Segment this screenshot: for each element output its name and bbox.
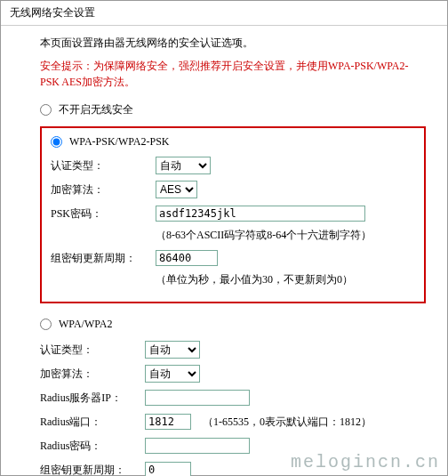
field-radius-ip: Radius服务器IP：: [40, 388, 426, 407]
label-radius-pwd: Radius密码：: [40, 439, 145, 454]
intro-text: 本页面设置路由器无线网络的安全认证选项。: [40, 35, 426, 51]
field-wpapsk-rekey: 组密钥更新周期：: [51, 248, 415, 268]
radio-wpa-psk[interactable]: [51, 136, 62, 148]
field-wpa-enc: 加密算法： 自动: [40, 364, 426, 383]
radio-wpa[interactable]: [40, 319, 52, 330]
content-area: 本页面设置路由器无线网络的安全认证选项。 安全提示：为保障网络安全，强烈推荐开启…: [1, 26, 447, 476]
select-wpa-enc[interactable]: 自动: [145, 365, 200, 383]
section-wpa-psk: WPA-PSK/WPA2-PSK 认证类型： 自动 加密算法： AES: [40, 126, 426, 303]
field-wpa-rekey: 组密钥更新周期：: [40, 460, 426, 476]
window-title: 无线网络安全设置: [1, 1, 447, 26]
label-psk-password: PSK密码：: [51, 206, 156, 222]
radio-wpa-label: WPA/WPA2: [59, 318, 112, 331]
hint-psk-password: （8-63个ASCII码字符或8-64个十六进制字符）: [156, 228, 415, 243]
input-wpapsk-rekey[interactable]: [156, 250, 218, 266]
label-wpa-enc: 加密算法：: [40, 367, 145, 382]
option-wpa-row: WPA/WPA2: [40, 318, 426, 331]
radio-disable-security[interactable]: [40, 104, 52, 116]
hint-radius-port: （1-65535，0表示默认端口：1812）: [203, 415, 372, 428]
hint-wpapsk-rekey: （单位为秒，最小值为30，不更新则为0）: [156, 272, 415, 287]
field-wpapsk-auth: 认证类型： 自动: [51, 156, 415, 175]
option-wpapsk-row: WPA-PSK/WPA2-PSK: [51, 135, 415, 149]
select-wpapsk-enc[interactable]: AES: [156, 181, 197, 198]
option-disable-row: 不开启无线安全: [40, 102, 426, 117]
label-enc-algo: 加密算法：: [51, 182, 156, 198]
label-group-rekey: 组密钥更新周期：: [51, 251, 156, 266]
select-wpapsk-auth[interactable]: 自动: [156, 157, 211, 174]
input-psk-password[interactable]: [156, 206, 365, 222]
field-radius-port: Radius端口： （1-65535，0表示默认端口：1812）: [40, 412, 426, 432]
field-wpa-auth: 认证类型： 自动: [40, 340, 426, 359]
wireless-security-window: 无线网络安全设置 本页面设置路由器无线网络的安全认证选项。 安全提示：为保障网络…: [0, 0, 448, 476]
label-wpa-rekey: 组密钥更新周期：: [40, 463, 145, 477]
field-radius-pwd: Radius密码：: [40, 436, 426, 456]
radio-disable-label: 不开启无线安全: [59, 102, 133, 117]
input-radius-pwd[interactable]: [145, 438, 250, 454]
select-wpa-auth[interactable]: 自动: [145, 341, 200, 359]
input-wpa-rekey[interactable]: [145, 462, 191, 476]
field-psk-password: PSK密码：: [51, 204, 415, 223]
radio-wpapsk-label: WPA-PSK/WPA2-PSK: [69, 135, 169, 149]
input-radius-port[interactable]: [145, 414, 191, 430]
security-warning: 安全提示：为保障网络安全，强烈推荐开启安全设置，并使用WPA-PSK/WPA2-…: [40, 58, 426, 90]
label-radius-ip: Radius服务器IP：: [40, 391, 145, 406]
field-wpapsk-enc: 加密算法： AES: [51, 180, 415, 199]
section-wpa: WPA/WPA2 认证类型： 自动 加密算法： 自动: [40, 318, 426, 476]
input-radius-ip[interactable]: [145, 390, 250, 406]
label-radius-port: Radius端口：: [40, 415, 145, 430]
label-auth-type: 认证类型：: [51, 158, 156, 173]
label-wpa-auth: 认证类型：: [40, 343, 145, 358]
